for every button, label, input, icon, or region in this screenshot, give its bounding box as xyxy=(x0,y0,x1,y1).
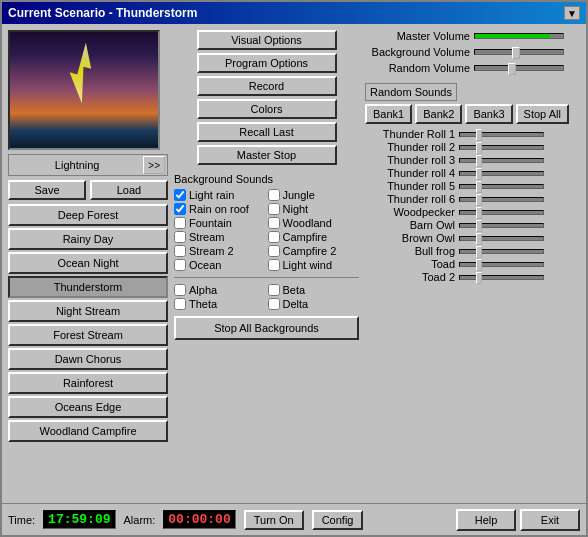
bank-buttons: Bank1Bank2Bank3Stop All xyxy=(365,104,580,124)
random-sound-name: Toad xyxy=(365,258,455,270)
save-button[interactable]: Save xyxy=(8,180,86,200)
random-sound-slider[interactable] xyxy=(459,171,544,176)
random-sound-thumb[interactable] xyxy=(476,168,482,180)
master-volume-row: Master Volume xyxy=(365,30,580,42)
sound-label: Rain on roof xyxy=(189,203,249,215)
sound-checkbox-item: Ocean xyxy=(174,259,266,271)
recall-last-button[interactable]: Recall Last xyxy=(197,122,337,142)
wave-checkbox[interactable] xyxy=(174,284,186,296)
scenario-item[interactable]: Thunderstorm xyxy=(8,276,168,298)
random-sound-slider[interactable] xyxy=(459,262,544,267)
random-sound-slider[interactable] xyxy=(459,145,544,150)
sound-checkbox[interactable] xyxy=(268,231,280,243)
random-sound-thumb[interactable] xyxy=(476,233,482,245)
random-sound-slider[interactable] xyxy=(459,184,544,189)
sound-checkbox[interactable] xyxy=(268,259,280,271)
random-sound-slider[interactable] xyxy=(459,249,544,254)
right-panel: Master Volume Background Volume Random V… xyxy=(365,30,580,497)
sound-label: Light wind xyxy=(283,259,333,271)
sound-checkbox-item: Woodland xyxy=(268,217,360,229)
turn-on-button[interactable]: Turn On xyxy=(244,510,304,530)
sound-label: Stream 2 xyxy=(189,245,234,257)
master-volume-slider[interactable] xyxy=(474,33,564,39)
bank-button[interactable]: Bank1 xyxy=(365,104,412,124)
sound-checkbox[interactable] xyxy=(174,259,186,271)
minimize-button[interactable]: ▼ xyxy=(564,6,580,20)
config-button[interactable]: Config xyxy=(312,510,364,530)
title-bar: Current Scenario - Thunderstorm ▼ xyxy=(2,2,586,24)
random-sound-thumb[interactable] xyxy=(476,194,482,206)
sound-checkbox[interactable] xyxy=(174,245,186,257)
scenario-item[interactable]: Woodland Campfire xyxy=(8,420,168,442)
random-sound-thumb[interactable] xyxy=(476,259,482,271)
random-sound-slider[interactable] xyxy=(459,236,544,241)
sound-checkbox[interactable] xyxy=(174,231,186,243)
random-sound-slider[interactable] xyxy=(459,275,544,280)
random-sound-thumb[interactable] xyxy=(476,220,482,232)
sound-label: Campfire 2 xyxy=(283,245,337,257)
sounds-list: Thunder Roll 1Thunder roll 2Thunder roll… xyxy=(365,128,580,283)
random-sound-row: Barn Owl xyxy=(365,219,580,231)
colors-button[interactable]: Colors xyxy=(197,99,337,119)
wave-checkbox[interactable] xyxy=(268,284,280,296)
random-sound-thumb[interactable] xyxy=(476,246,482,258)
scenario-item[interactable]: Dawn Chorus xyxy=(8,348,168,370)
bank-button[interactable]: Bank2 xyxy=(415,104,462,124)
bank-button[interactable]: Bank3 xyxy=(465,104,512,124)
sound-checkbox[interactable] xyxy=(268,217,280,229)
random-sound-row: Toad xyxy=(365,258,580,270)
visual-options-button[interactable]: Visual Options xyxy=(197,30,337,50)
random-sound-name: Toad 2 xyxy=(365,271,455,283)
random-sound-thumb[interactable] xyxy=(476,272,482,284)
sound-checkbox[interactable] xyxy=(174,203,186,215)
preview-nav-button[interactable]: >> xyxy=(143,156,165,174)
random-sound-row: Woodpecker xyxy=(365,206,580,218)
help-button[interactable]: Help xyxy=(456,509,516,531)
sound-checkbox[interactable] xyxy=(268,203,280,215)
record-button[interactable]: Record xyxy=(197,76,337,96)
random-sound-thumb[interactable] xyxy=(476,142,482,154)
sound-checkbox[interactable] xyxy=(174,217,186,229)
scenario-item[interactable]: Deep Forest xyxy=(8,204,168,226)
random-sound-slider[interactable] xyxy=(459,158,544,163)
exit-button[interactable]: Exit xyxy=(520,509,580,531)
sound-label: Light rain xyxy=(189,189,234,201)
background-volume-row: Background Volume xyxy=(365,46,580,58)
stop-all-backgrounds-button[interactable]: Stop All Backgrounds xyxy=(174,316,359,340)
random-volume-thumb[interactable] xyxy=(508,63,516,75)
random-sound-thumb[interactable] xyxy=(476,207,482,219)
program-options-button[interactable]: Program Options xyxy=(197,53,337,73)
background-volume-slider[interactable] xyxy=(474,49,564,55)
master-stop-button[interactable]: Master Stop xyxy=(197,145,337,165)
scenario-item[interactable]: Forest Stream xyxy=(8,324,168,346)
scenario-item[interactable]: Oceans Edge xyxy=(8,396,168,418)
sound-checkbox[interactable] xyxy=(174,189,186,201)
random-sound-slider[interactable] xyxy=(459,223,544,228)
scenario-item[interactable]: Rainy Day xyxy=(8,228,168,250)
random-sound-thumb[interactable] xyxy=(476,181,482,193)
scenario-item[interactable]: Ocean Night xyxy=(8,252,168,274)
random-sound-thumb[interactable] xyxy=(476,155,482,167)
random-volume-row: Random Volume xyxy=(365,62,580,74)
background-volume-thumb[interactable] xyxy=(512,47,520,59)
random-volume-slider[interactable] xyxy=(474,65,564,71)
sound-checkbox[interactable] xyxy=(268,189,280,201)
wave-checkbox[interactable] xyxy=(174,298,186,310)
bank-button[interactable]: Stop All xyxy=(516,104,569,124)
scenario-item[interactable]: Night Stream xyxy=(8,300,168,322)
sound-checkbox[interactable] xyxy=(268,245,280,257)
random-sound-thumb[interactable] xyxy=(476,129,482,141)
random-sound-slider[interactable] xyxy=(459,132,544,137)
scenario-item[interactable]: Rainforest xyxy=(8,372,168,394)
random-sound-name: Thunder Roll 1 xyxy=(365,128,455,140)
wave-checkbox[interactable] xyxy=(268,298,280,310)
random-sound-slider[interactable] xyxy=(459,210,544,215)
sound-label: Campfire xyxy=(283,231,328,243)
random-sound-row: Bull frog xyxy=(365,245,580,257)
middle-panel: Visual Options Program Options Record Co… xyxy=(174,30,359,497)
sound-checkbox-item: Jungle xyxy=(268,189,360,201)
load-button[interactable]: Load xyxy=(90,180,168,200)
random-sound-name: Brown Owl xyxy=(365,232,455,244)
preview-label-bar: Lightning >> xyxy=(8,154,168,176)
random-sound-slider[interactable] xyxy=(459,197,544,202)
